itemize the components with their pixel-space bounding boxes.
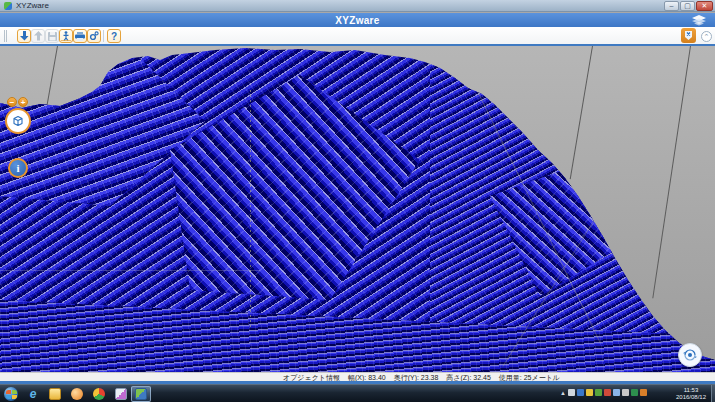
toolbar: ? ⌃: [0, 27, 715, 46]
tray-icon[interactable]: [613, 389, 620, 396]
tray-icon[interactable]: [640, 389, 647, 396]
taskbar-paint[interactable]: [111, 386, 131, 402]
import-button[interactable]: [17, 29, 31, 43]
close-button[interactable]: ✕: [696, 1, 713, 11]
view-cube-button[interactable]: [5, 108, 31, 134]
zoom-out-button[interactable]: −: [7, 97, 17, 107]
collapse-toolbar-button[interactable]: ⌃: [701, 31, 712, 42]
taskbar-chrome[interactable]: [89, 386, 109, 402]
zoom-in-button[interactable]: +: [18, 97, 28, 107]
clock-time: 11:53: [672, 387, 710, 394]
floppy-disk-icon: [48, 32, 57, 41]
export-button: [31, 29, 45, 43]
start-button[interactable]: [4, 387, 18, 401]
cube-view-icon: [11, 114, 25, 128]
filament-usage: 使用量: 25メートル: [499, 374, 560, 381]
paint-icon: [115, 388, 127, 400]
object-depth: 奥行(Y): 23.38: [394, 374, 439, 381]
tray-icon[interactable]: [568, 389, 575, 396]
taskbar-xyzware-active[interactable]: [131, 386, 151, 402]
tray-expand-icon[interactable]: ▲: [560, 390, 566, 396]
taskbar: e ▲ 11:53 20: [0, 384, 715, 402]
tray-icon[interactable]: [595, 389, 602, 396]
save-button: [45, 29, 59, 43]
figure-scale-icon: [61, 31, 71, 41]
info-button[interactable]: i: [8, 158, 28, 178]
folder-icon: [49, 388, 61, 400]
gear-icon: [89, 31, 99, 41]
object-info-text: オブジェクト情報 幅(X): 83.40 奥行(Y): 23.38 高さ(Z):…: [283, 374, 566, 381]
taskbar-media-player[interactable]: [67, 386, 87, 402]
toolbar-separator: [103, 30, 104, 42]
object-height: 高さ(Z): 32.45: [446, 374, 491, 381]
viewport-3d[interactable]: − + i: [0, 46, 715, 372]
maximize-button[interactable]: ▢: [680, 1, 695, 11]
tray-icon[interactable]: [631, 389, 638, 396]
sliced-model-preview[interactable]: [0, 46, 715, 372]
printer-status-icon[interactable]: [681, 28, 696, 43]
minimize-button[interactable]: –: [664, 1, 679, 11]
window-titlebar: XYZware – ▢ ✕: [0, 0, 715, 12]
settings-button[interactable]: [87, 29, 101, 43]
bed-grid-overlay-line: [0, 270, 260, 271]
object-info-label: オブジェクト情報: [283, 374, 340, 381]
tray-icon[interactable]: [604, 389, 611, 396]
clock-date: 2016/08/12: [672, 394, 710, 401]
help-button[interactable]: ?: [107, 29, 121, 43]
window-title: XYZware: [16, 0, 49, 12]
chrome-icon: [93, 388, 105, 400]
show-desktop-button[interactable]: [711, 385, 715, 402]
tray-icon[interactable]: [586, 389, 593, 396]
taskbar-file-explorer[interactable]: [45, 386, 65, 402]
object-width: 幅(X): 83.40: [348, 374, 386, 381]
arrow-up-icon: [34, 31, 43, 41]
bed-grid-line: [652, 46, 691, 298]
arrow-down-icon: [20, 31, 29, 41]
app-icon: [4, 2, 12, 10]
rotate-view-icon: [682, 347, 698, 363]
printer-icon: [75, 32, 85, 41]
status-bar: オブジェクト情報 幅(X): 83.40 奥行(Y): 23.38 高さ(Z):…: [0, 372, 715, 381]
bed-grid-line: [570, 46, 593, 179]
rotate-view-button[interactable]: [678, 343, 702, 367]
system-tray: ▲: [560, 389, 647, 396]
print-button[interactable]: [73, 29, 87, 43]
toolbar-grip[interactable]: [4, 30, 7, 42]
question-mark-icon: ?: [111, 31, 117, 42]
internet-explorer-icon: e: [30, 387, 37, 401]
xyzware-window: XYZware – ▢ ✕ XYZware: [0, 0, 715, 402]
bed-grid-overlay-line: [250, 90, 251, 330]
tray-icon[interactable]: [577, 389, 584, 396]
app-header: XYZware: [0, 13, 715, 27]
taskbar-internet-explorer[interactable]: e: [23, 386, 43, 402]
taskbar-clock[interactable]: 11:53 2016/08/12: [672, 387, 710, 401]
app-header-title: XYZware: [335, 15, 379, 26]
xyzware-taskbar-icon: [135, 388, 147, 400]
scale-button[interactable]: [59, 29, 73, 43]
media-player-icon: [71, 388, 83, 400]
tray-icon[interactable]: [622, 389, 629, 396]
layers-logo-icon: [691, 15, 707, 26]
